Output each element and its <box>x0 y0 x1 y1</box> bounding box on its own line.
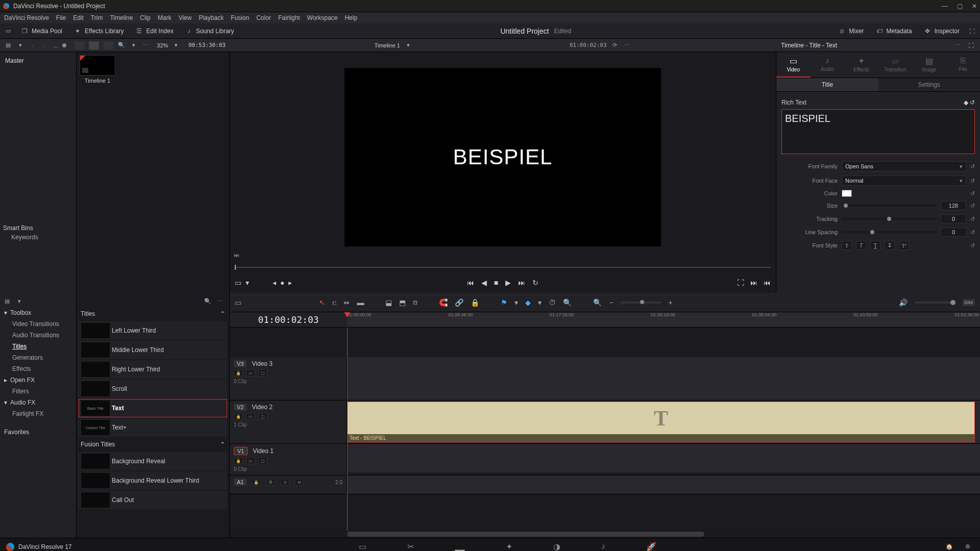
title-item[interactable]: Right Lower Third <box>79 360 227 379</box>
menu-color[interactable]: Color <box>256 14 271 21</box>
toolbox-header[interactable]: ▾Toolbox <box>0 307 76 318</box>
tracking-value[interactable]: 0 <box>941 214 966 223</box>
viewer-scrubber[interactable] <box>230 262 776 272</box>
timeline-name[interactable]: Timeline 1 <box>374 42 400 48</box>
track-enable-v1[interactable]: ▢ <box>258 457 267 464</box>
fontstyle-reset-icon[interactable]: ↺ <box>970 242 975 249</box>
track-lane-v1[interactable] <box>347 444 980 472</box>
track-lock-v2[interactable]: 🔒 <box>234 413 243 420</box>
search-icon[interactable]: 🔍 <box>117 41 126 49</box>
go-first-button[interactable]: ⏮ <box>764 279 771 287</box>
reset-section-icon[interactable]: ↺ <box>970 99 975 106</box>
fontstyle-normal-button[interactable]: T <box>842 241 852 250</box>
track-lane-a1[interactable] <box>347 475 980 494</box>
track-auto-v3[interactable]: ▭ <box>246 369 255 377</box>
track-enable-v2[interactable]: ▢ <box>258 413 267 420</box>
viewer-canvas[interactable]: BEISPIEL ⏭ <box>230 52 776 262</box>
smart-bin-keywords[interactable]: Keywords <box>3 232 73 243</box>
inspector-options-icon[interactable]: ⋯ <box>953 41 962 49</box>
fontstyle-sup-button[interactable]: T² <box>899 241 909 250</box>
color-reset-icon[interactable]: ↺ <box>970 190 975 197</box>
title-item[interactable]: Background Reveal <box>79 452 227 470</box>
play-button[interactable]: ▶ <box>505 279 511 287</box>
bin-master[interactable]: Master <box>3 55 73 66</box>
zoom-value[interactable]: 32% <box>157 42 168 48</box>
fontstyle-italic-button[interactable]: T <box>856 241 866 250</box>
mixer-toggle[interactable]: ⎚Mixer <box>835 26 867 37</box>
sync-icon[interactable]: ⟳ <box>611 41 619 49</box>
zoom-out-icon[interactable]: − <box>609 298 613 307</box>
fx-video-transitions[interactable]: Video Transitions <box>0 318 76 330</box>
speed-icon[interactable]: ⏱ <box>549 298 556 307</box>
marker-icon[interactable]: ◆ <box>525 298 531 307</box>
fx-generators[interactable]: Generators <box>0 352 76 363</box>
size-value[interactable]: 128 <box>941 201 966 210</box>
menu-file[interactable]: File <box>56 14 66 21</box>
tracking-reset-icon[interactable]: ↺ <box>970 216 975 222</box>
favorites-header[interactable]: Favorites <box>0 425 76 439</box>
first-frame-button[interactable]: ⏮ <box>467 279 474 287</box>
track-badge-v2[interactable]: V2 <box>234 404 247 411</box>
track-auto-v2[interactable]: ▭ <box>246 413 255 420</box>
options-icon[interactable]: ⋯ <box>141 41 150 49</box>
volume-slider[interactable] <box>915 302 955 304</box>
track-enable-v3[interactable]: ▢ <box>258 369 267 377</box>
fx-audio-transitions[interactable]: Audio Transitions <box>0 330 76 341</box>
linespacing-reset-icon[interactable]: ↺ <box>970 229 975 236</box>
viewer-options-icon[interactable]: ⋯ <box>623 41 631 49</box>
page-color[interactable]: ◑ <box>548 539 566 552</box>
menu-mark[interactable]: Mark <box>158 14 172 21</box>
selection-tool-icon[interactable]: ↖ <box>319 298 325 307</box>
page-deliver[interactable]: 🚀 <box>641 539 662 552</box>
sort-icon[interactable]: ▤ <box>4 41 12 49</box>
page-media[interactable]: ▭ <box>354 539 372 552</box>
maximize-button[interactable]: ▢ <box>957 3 963 10</box>
link-icon[interactable]: 🔗 <box>455 298 463 307</box>
menu-davinci[interactable]: DaVinci Resolve <box>4 14 49 21</box>
smart-bins-header[interactable]: Smart Bins <box>3 224 73 232</box>
fontfamily-select[interactable]: Open Sans <box>842 161 966 171</box>
menu-help[interactable]: Help <box>345 14 357 21</box>
menu-workspace[interactable]: Workspace <box>307 14 338 21</box>
blade-tool-icon[interactable]: ▬ <box>357 298 364 307</box>
prev-frame-button[interactable]: ◀ <box>481 279 487 287</box>
page-cut[interactable]: ✂ <box>402 539 419 552</box>
inspector-tab-audio[interactable]: ♪Audio <box>811 52 845 78</box>
close-button[interactable]: ✕ <box>972 3 977 10</box>
mediapool-toggle[interactable]: ❐Media Pool <box>17 26 65 37</box>
overwrite-clip-icon[interactable]: ⬒ <box>399 298 406 307</box>
openfx-header[interactable]: ▸Open FX <box>0 374 76 386</box>
track-lane-v3[interactable] <box>347 357 980 400</box>
inspector-toggle[interactable]: ✥Inspector <box>920 26 963 37</box>
richtext-input[interactable] <box>781 109 975 154</box>
crumb-dots[interactable]: … <box>53 42 58 48</box>
fx-effects[interactable]: Effects <box>0 363 76 374</box>
fullscreen-button[interactable]: ⛶ <box>737 279 744 287</box>
keyframe-icon[interactable]: ◆ <box>964 99 968 106</box>
titlelist-options-icon[interactable]: ⋯ <box>216 297 224 305</box>
track-lock-v3[interactable]: 🔒 <box>234 369 243 377</box>
fx-panel-dropdown-icon[interactable]: ▾ <box>15 297 23 305</box>
replace-clip-icon[interactable]: ⧈ <box>413 298 418 307</box>
size-reset-icon[interactable]: ↺ <box>970 203 975 209</box>
inspector-subtab-settings[interactable]: Settings <box>878 78 981 91</box>
editindex-toggle[interactable]: ☰Edit Index <box>132 26 177 37</box>
clip-text-beispiel[interactable]: T Text - BEISPIEL <box>347 402 975 442</box>
size-slider[interactable] <box>842 205 937 207</box>
linespacing-value[interactable]: 0 <box>941 228 966 237</box>
title-item[interactable]: Left Lower Third <box>79 321 227 340</box>
expand-icon[interactable]: ⛶ <box>968 27 976 35</box>
track-badge-v3[interactable]: V3 <box>234 360 247 367</box>
fusion-titles-group-label[interactable]: Fusion Titles <box>81 441 115 448</box>
dynamic-trim-icon[interactable]: ⇔ <box>344 298 350 307</box>
fontstyle-underline-button[interactable]: T <box>870 241 880 250</box>
snap-icon[interactable]: 🧲 <box>439 298 448 307</box>
inspector-tab-effects[interactable]: ✦Effects <box>844 52 878 78</box>
title-item[interactable]: Basic TitleText <box>79 399 227 417</box>
inspector-tab-file[interactable]: ⎘File <box>946 52 981 78</box>
soundlib-toggle[interactable]: ♪Sound Library <box>182 26 237 37</box>
clip-timeline1[interactable]: Timeline 1 <box>80 55 115 84</box>
monitor-icon[interactable]: ▭ <box>4 27 12 35</box>
match-frame-button[interactable]: ● <box>280 279 284 287</box>
timeline-ruler[interactable]: 01:00:00:0001:08:46:0001:17:32:0001:26:1… <box>347 312 980 327</box>
